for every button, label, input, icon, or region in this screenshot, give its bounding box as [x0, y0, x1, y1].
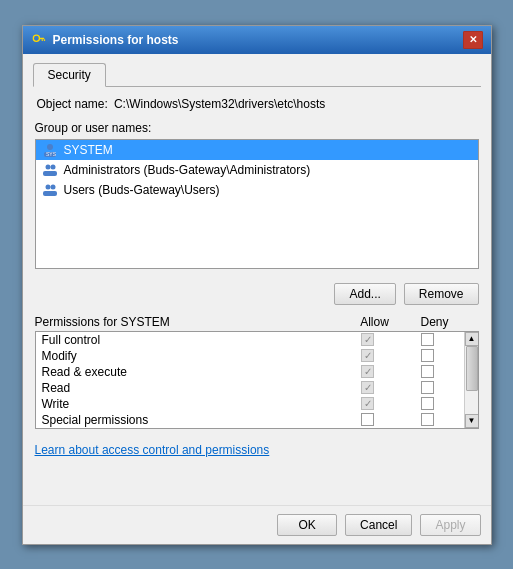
users-list[interactable]: SYS SYSTEM Administra [35, 139, 479, 269]
apply-button[interactable]: Apply [420, 514, 480, 536]
dialog-icon [31, 32, 47, 48]
deny-checkbox[interactable] [421, 349, 434, 362]
cancel-button[interactable]: Cancel [345, 514, 412, 536]
ok-button[interactable]: OK [277, 514, 337, 536]
dialog-title: Permissions for hosts [53, 33, 179, 47]
permission-name: Full control [42, 333, 338, 347]
tab-security[interactable]: Security [33, 63, 106, 87]
permission-row: Full control [36, 332, 478, 348]
link-row: Learn about access control and permissio… [35, 443, 479, 457]
deny-checkbox[interactable] [421, 333, 434, 346]
allow-checkbox[interactable] [361, 413, 374, 426]
deny-checkbox[interactable] [421, 413, 434, 426]
user-icon-administrators [42, 162, 58, 178]
svg-rect-2 [41, 39, 42, 41]
allow-header: Allow [345, 315, 405, 329]
svg-text:SYS: SYS [46, 151, 57, 157]
allow-checkbox-cell [338, 413, 398, 426]
deny-checkbox[interactable] [421, 381, 434, 394]
permission-name: Read [42, 381, 338, 395]
deny-checkbox-cell [398, 413, 458, 426]
user-icon-system: SYS [42, 142, 58, 158]
svg-point-7 [45, 164, 50, 169]
user-name-administrators: Administrators (Buds-Gateway\Administrat… [64, 163, 311, 177]
scrollbar-track [465, 391, 478, 414]
user-icon-users [42, 182, 58, 198]
user-item-administrators[interactable]: Administrators (Buds-Gateway\Administrat… [36, 160, 478, 180]
permission-row: Modify [36, 348, 478, 364]
user-action-buttons: Add... Remove [35, 283, 479, 305]
user-item-users[interactable]: Users (Buds-Gateway\Users) [36, 180, 478, 200]
user-name-system: SYSTEM [64, 143, 113, 157]
permission-row: Read [36, 380, 478, 396]
permissions-label: Permissions for SYSTEM [35, 315, 345, 329]
permissions-section: Permissions for SYSTEM Allow Deny Full c… [33, 311, 481, 429]
permission-row: Write [36, 396, 478, 412]
allow-checkbox-cell [338, 381, 398, 394]
permission-name: Special permissions [42, 413, 338, 427]
allow-checkbox[interactable] [361, 365, 374, 378]
deny-checkbox-cell [398, 365, 458, 378]
deny-checkbox-cell [398, 397, 458, 410]
deny-checkbox[interactable] [421, 365, 434, 378]
allow-checkbox-cell [338, 365, 398, 378]
remove-button[interactable]: Remove [404, 283, 479, 305]
svg-point-0 [33, 35, 39, 41]
tab-bar: Security [33, 62, 481, 87]
scrollbar-down-arrow[interactable]: ▼ [465, 414, 479, 428]
svg-point-11 [45, 184, 50, 189]
allow-checkbox[interactable] [361, 397, 374, 410]
allow-checkbox[interactable] [361, 349, 374, 362]
deny-checkbox-cell [398, 333, 458, 346]
allow-checkbox-cell [338, 397, 398, 410]
dialog-footer: OK Cancel Apply [23, 505, 491, 544]
deny-header: Deny [405, 315, 465, 329]
group-label: Group or user names: [33, 121, 481, 135]
permission-row: Special permissions [36, 412, 478, 428]
svg-point-8 [50, 164, 55, 169]
object-name-row: Object name: C:\Windows\System32\drivers… [33, 97, 481, 111]
scrollbar-up-arrow[interactable]: ▲ [465, 332, 479, 346]
permissions-dialog: Permissions for hosts ✕ Security Object … [22, 25, 492, 545]
access-control-link[interactable]: Learn about access control and permissio… [35, 443, 270, 457]
user-item-system[interactable]: SYS SYSTEM [36, 140, 478, 160]
permission-name: Write [42, 397, 338, 411]
allow-checkbox[interactable] [361, 333, 374, 346]
svg-point-4 [47, 144, 53, 150]
svg-rect-3 [43, 39, 44, 41]
group-section: Group or user names: SYS SYSTEM [33, 121, 481, 269]
deny-checkbox-cell [398, 381, 458, 394]
permission-row: Read & execute [36, 364, 478, 380]
permission-name: Read & execute [42, 365, 338, 379]
object-name-value: C:\Windows\System32\drivers\etc\hosts [114, 97, 325, 111]
dialog-body: Security Object name: C:\Windows\System3… [23, 54, 491, 505]
svg-rect-14 [49, 191, 57, 196]
permissions-table: Full controlModifyRead & executeReadWrit… [35, 331, 479, 429]
deny-checkbox[interactable] [421, 397, 434, 410]
svg-rect-1 [39, 37, 44, 38]
scrollbar-thumb[interactable] [466, 346, 478, 391]
object-name-label: Object name: [37, 97, 108, 111]
add-button[interactable]: Add... [334, 283, 395, 305]
allow-checkbox-cell [338, 349, 398, 362]
permissions-header: Permissions for SYSTEM Allow Deny [35, 315, 479, 329]
title-bar: Permissions for hosts ✕ [23, 26, 491, 54]
allow-checkbox[interactable] [361, 381, 374, 394]
svg-rect-10 [49, 171, 57, 176]
user-name-users: Users (Buds-Gateway\Users) [64, 183, 220, 197]
deny-checkbox-cell [398, 349, 458, 362]
allow-checkbox-cell [338, 333, 398, 346]
permission-name: Modify [42, 349, 338, 363]
close-button[interactable]: ✕ [463, 31, 483, 49]
svg-point-12 [50, 184, 55, 189]
title-bar-left: Permissions for hosts [31, 32, 179, 48]
